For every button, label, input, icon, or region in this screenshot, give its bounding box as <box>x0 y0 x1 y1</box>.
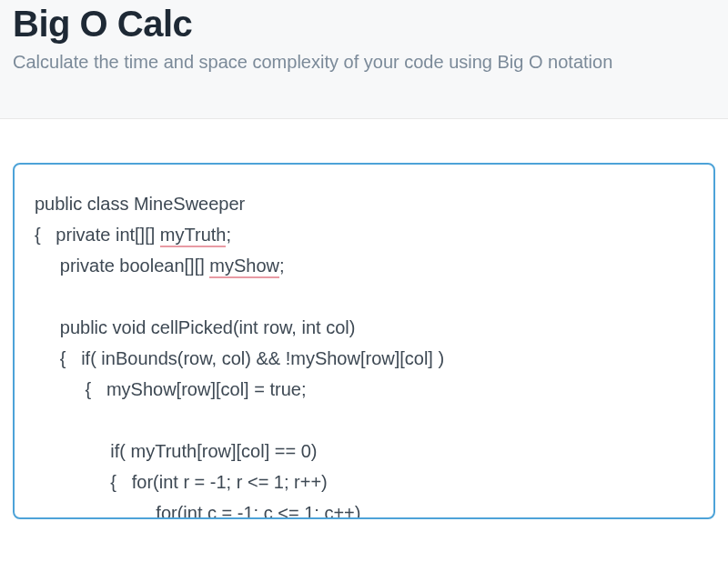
code-line: ; <box>226 225 231 245</box>
code-text[interactable]: public class MineSweeper { private int[]… <box>35 188 693 519</box>
code-line: { myShow[row][col] = true; <box>35 379 306 399</box>
code-input[interactable]: public class MineSweeper { private int[]… <box>13 163 715 519</box>
main-content: public class MineSweeper { private int[]… <box>0 119 728 519</box>
code-line: public class MineSweeper <box>35 194 245 214</box>
spell-underline: myShow <box>209 256 279 278</box>
code-line: for(int c = -1; c <= 1; c++) <box>35 503 360 519</box>
code-line: private boolean[][] <box>35 256 209 276</box>
code-line: ; <box>279 256 285 276</box>
code-line: { if( inBounds(row, col) && !myShow[row]… <box>35 348 444 368</box>
page-title: Big O Calc <box>13 4 715 45</box>
code-line: public void cellPicked(int row, int col) <box>35 317 355 337</box>
page-subtitle: Calculate the time and space complexity … <box>13 52 715 73</box>
spell-underline: myTruth <box>160 225 227 247</box>
page-header: Big O Calc Calculate the time and space … <box>0 0 728 119</box>
code-line: { for(int r = -1; r <= 1; r++) <box>35 472 328 492</box>
code-line: if( myTruth[row][col] == 0) <box>35 441 317 461</box>
code-line: { private int[][] <box>35 225 160 245</box>
